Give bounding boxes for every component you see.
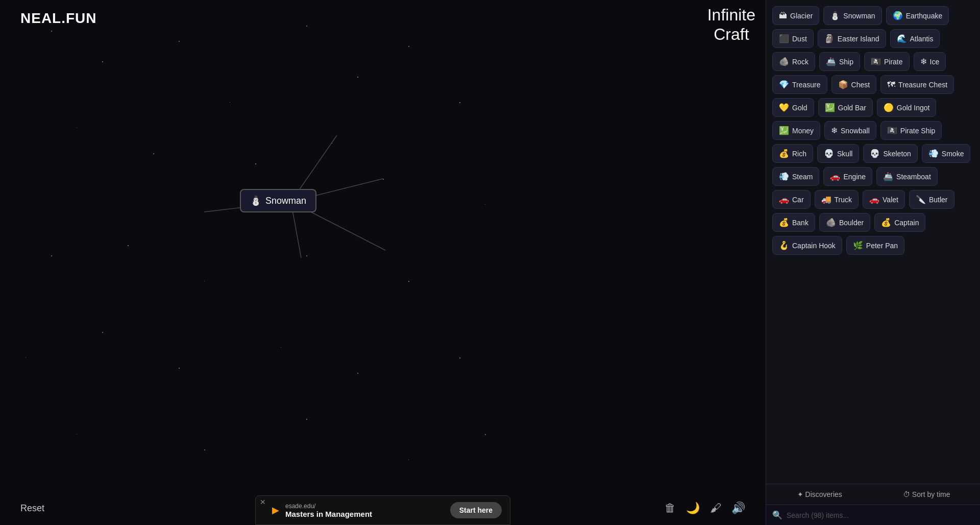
item-chip[interactable]: 🚚Truck	[815, 190, 859, 209]
item-chip[interactable]: 💰Bank	[772, 213, 815, 232]
star	[306, 26, 307, 27]
ad-arrow-icon: ▶	[272, 505, 279, 516]
item-chip[interactable]: 🚗Engine	[823, 167, 872, 186]
item-emoji: ⬛	[779, 34, 789, 43]
item-emoji: 🌍	[893, 11, 903, 20]
item-emoji: 💀	[870, 149, 880, 158]
star	[459, 357, 460, 359]
star	[306, 255, 307, 256]
item-label: Bank	[792, 219, 808, 227]
item-chip[interactable]: ⬛Dust	[772, 29, 814, 48]
item-chip[interactable]: 🌊Atlantis	[890, 29, 940, 48]
item-emoji: 💛	[779, 103, 789, 112]
snowman-node[interactable]: ⛄ Snowman	[240, 189, 316, 212]
item-chip[interactable]: 💹Gold Bar	[818, 98, 873, 117]
item-chip[interactable]: 🗿Easter Island	[818, 29, 886, 48]
item-chip[interactable]: ⛄Snowman	[823, 6, 881, 25]
item-chip[interactable]: 🚗Car	[772, 190, 811, 209]
item-chip[interactable]: ❄Snowball	[824, 121, 876, 140]
item-emoji: 🚚	[821, 195, 831, 204]
star	[102, 61, 103, 62]
item-emoji: 🟡	[884, 103, 894, 112]
star	[204, 449, 205, 450]
item-label: Rock	[792, 58, 808, 66]
item-label: Engine	[843, 173, 866, 181]
item-label: Pirate Ship	[900, 127, 935, 135]
star	[408, 46, 409, 47]
item-chip[interactable]: 🚢Ship	[819, 52, 860, 71]
brush-button[interactable]: 🖌	[710, 502, 721, 515]
item-chip[interactable]: 💨Steam	[772, 167, 819, 186]
sidebar-content[interactable]: 🏔Glacier⛄Snowman🌍Earthquake⬛Dust🗿Easter …	[766, 0, 980, 484]
item-emoji: 💰	[881, 218, 891, 227]
sidebar-tabs: ✦ Discoveries ⏱ Sort by time	[766, 484, 980, 505]
item-chip[interactable]: 📦Chest	[831, 75, 877, 94]
item-emoji: 💨	[928, 149, 939, 158]
item-chip[interactable]: 💎Treasure	[772, 75, 827, 94]
item-chip[interactable]: 🚢Steamboat	[876, 167, 938, 186]
reset-button[interactable]: Reset	[20, 503, 44, 514]
item-label: Smoke	[942, 150, 964, 158]
star	[153, 153, 154, 154]
item-chip[interactable]: 🏴‍☠️Pirate Ship	[880, 121, 942, 140]
star	[306, 419, 307, 420]
ad-close-button[interactable]: ✕	[260, 498, 266, 506]
item-emoji: 🚗	[830, 172, 840, 181]
canvas-area[interactable]: NEAL.FUN Infinite Craft ⛄ Snowman Reset …	[0, 0, 766, 525]
discoveries-tab[interactable]: ✦ Discoveries	[766, 484, 873, 505]
item-chip[interactable]: 🪨Boulder	[819, 213, 870, 232]
item-chip[interactable]: 💰Rich	[772, 144, 813, 163]
connections-svg	[0, 0, 766, 525]
item-chip[interactable]: 💹Money	[772, 121, 820, 140]
item-emoji: 🪝	[779, 241, 789, 250]
ad-title: Masters in Management	[285, 510, 444, 518]
item-chip[interactable]: 💨Smoke	[922, 144, 971, 163]
star	[77, 128, 77, 128]
item-chip[interactable]: 🏴‍☠️Pirate	[864, 52, 910, 71]
item-emoji: 💀	[824, 149, 834, 158]
item-emoji: 🚢	[883, 172, 893, 181]
item-emoji: 🌊	[897, 34, 907, 43]
star	[485, 434, 486, 435]
item-label: Glacier	[790, 12, 813, 20]
item-emoji: 🚗	[869, 195, 879, 204]
item-chip[interactable]: 💀Skull	[817, 144, 859, 163]
item-chip[interactable]: 💛Gold	[772, 98, 814, 117]
sound-button[interactable]: 🔊	[731, 502, 745, 515]
darkmode-button[interactable]: 🌙	[686, 502, 700, 515]
item-emoji: ❄	[920, 57, 927, 66]
item-chip[interactable]: 🚗Valet	[863, 190, 905, 209]
trash-button[interactable]: 🗑	[665, 502, 676, 515]
ad-content: ▶ esade.edu/ Masters in Management Start…	[272, 502, 502, 518]
item-chip[interactable]: 🪝Captain Hook	[772, 236, 842, 255]
item-chip[interactable]: 🌿Peter Pan	[846, 236, 904, 255]
item-chip[interactable]: ❄Ice	[914, 52, 946, 71]
item-chip[interactable]: 💀Skeleton	[863, 144, 917, 163]
star	[332, 143, 332, 144]
star	[51, 255, 52, 256]
item-chip[interactable]: 🔪Butler	[909, 190, 954, 209]
item-chip[interactable]: 💰Captain	[874, 213, 925, 232]
item-label: Rich	[792, 150, 806, 158]
item-label: Treasure Chest	[898, 81, 947, 89]
item-chip[interactable]: 🌍Earthquake	[886, 6, 949, 25]
star	[26, 357, 26, 358]
search-input[interactable]	[787, 511, 974, 519]
item-label: Skull	[837, 150, 852, 158]
ad-banner: ✕ ▶ esade.edu/ Masters in Management Sta…	[255, 495, 510, 525]
item-label: Pirate	[884, 58, 903, 66]
ad-cta-button[interactable]: Start here	[450, 502, 502, 518]
item-chip[interactable]: 🪨Rock	[772, 52, 815, 71]
item-label: Ship	[839, 58, 853, 66]
sort-by-time-tab[interactable]: ⏱ Sort by time	[873, 484, 981, 505]
item-emoji: 🗺	[887, 80, 895, 89]
item-label: Car	[792, 196, 804, 204]
item-emoji: ⛄	[830, 11, 840, 20]
star	[408, 281, 409, 282]
search-icon: 🔍	[772, 510, 782, 520]
item-label: Easter Island	[838, 35, 879, 43]
item-chip[interactable]: 🏔Glacier	[772, 6, 819, 25]
item-chip[interactable]: 🗺Treasure Chest	[880, 75, 954, 94]
item-chip[interactable]: 🟡Gold Ingot	[877, 98, 937, 117]
item-label: Gold	[792, 104, 807, 112]
